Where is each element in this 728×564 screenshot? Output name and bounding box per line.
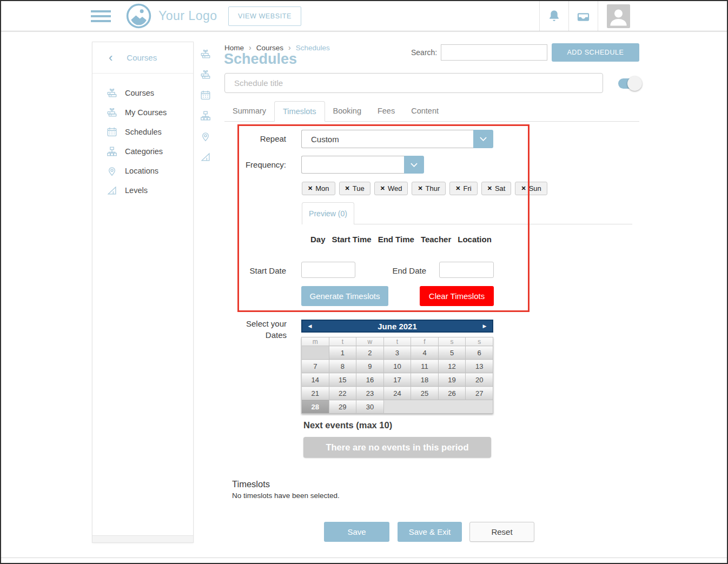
status-toggle[interactable] bbox=[618, 78, 638, 89]
chip-fri[interactable]: ✕Fri bbox=[449, 182, 477, 195]
calendar-day[interactable]: 27 bbox=[466, 387, 493, 400]
calendar-day[interactable]: 5 bbox=[438, 346, 466, 360]
sidebar-item-schedules[interactable]: Schedules bbox=[92, 122, 193, 142]
calendar-day[interactable]: 24 bbox=[383, 387, 411, 400]
calendar-day[interactable]: 19 bbox=[438, 373, 466, 387]
sidebar-item-levels[interactable]: Levels bbox=[92, 181, 193, 200]
weekday-header: s bbox=[466, 337, 493, 346]
calendar-day[interactable]: 14 bbox=[302, 373, 329, 387]
calendar-month-title: June 2021 bbox=[378, 322, 417, 331]
sidebar-item-courses[interactable]: Courses bbox=[92, 83, 193, 103]
view-website-button[interactable]: VIEW WEBSITE bbox=[228, 6, 301, 26]
start-date-input[interactable] bbox=[301, 262, 355, 278]
add-schedule-button[interactable]: ADD SCHEDULE bbox=[552, 43, 639, 62]
calendar-day[interactable]: 15 bbox=[329, 373, 356, 387]
clear-timeslots-button[interactable]: Clear Timeslots bbox=[420, 286, 494, 306]
sidebar-item-locations[interactable]: Locations bbox=[92, 161, 193, 181]
repeat-dropdown[interactable]: Custom bbox=[301, 130, 493, 148]
next-events-title: Next events (max 10) bbox=[303, 420, 392, 430]
rail-courses-icon[interactable] bbox=[200, 48, 211, 62]
sidebar-back[interactable]: ‹ Courses bbox=[92, 42, 193, 74]
weekday-header: w bbox=[356, 337, 384, 346]
highlight-outline bbox=[237, 124, 530, 312]
calendar-day[interactable]: 9 bbox=[356, 360, 384, 373]
page-title: Schedules bbox=[224, 51, 297, 68]
reset-button[interactable]: Reset bbox=[469, 522, 534, 542]
frequency-chevron-down-icon[interactable] bbox=[404, 156, 424, 174]
column-header: End Time bbox=[378, 235, 414, 244]
frequency-dropdown[interactable] bbox=[301, 156, 424, 174]
sidebar-item-label: Schedules bbox=[125, 128, 162, 136]
rail-my-courses-icon[interactable] bbox=[200, 69, 211, 83]
search-input[interactable] bbox=[441, 44, 547, 61]
rail-schedules-icon[interactable] bbox=[200, 89, 211, 103]
inbox-icon[interactable] bbox=[576, 10, 591, 24]
chip-tue[interactable]: ✕Tue bbox=[339, 182, 370, 195]
repeat-chevron-down-icon[interactable] bbox=[473, 130, 493, 148]
calendar-day[interactable]: 23 bbox=[356, 387, 384, 400]
chip-thur[interactable]: ✕Thur bbox=[412, 182, 446, 195]
chip-sun[interactable]: ✕Sun bbox=[515, 182, 547, 195]
calendar-day[interactable]: 16 bbox=[356, 373, 384, 387]
rail-locations-icon[interactable] bbox=[200, 130, 211, 144]
chip-label: Sun bbox=[529, 184, 541, 193]
calendar-grid: m t w t f s s 1 2 3 4 5 6 7 8 9 10 bbox=[301, 337, 493, 414]
calendar-next-icon[interactable]: ▶ bbox=[478, 321, 491, 331]
remove-icon[interactable]: ✕ bbox=[487, 185, 492, 192]
calendar-day[interactable]: 1 bbox=[329, 346, 356, 360]
calendar-day[interactable]: 4 bbox=[411, 346, 439, 360]
chip-mon[interactable]: ✕Mon bbox=[302, 182, 335, 195]
sidebar-item-categories[interactable]: Categories bbox=[92, 142, 193, 161]
search-label: Search: bbox=[411, 48, 437, 57]
calendar-day[interactable]: 6 bbox=[466, 346, 493, 360]
tab-fees[interactable]: Fees bbox=[369, 101, 403, 121]
calendar-day[interactable]: 21 bbox=[302, 387, 329, 400]
save-button[interactable]: Save bbox=[324, 522, 389, 542]
tab-preview[interactable]: Preview (0) bbox=[302, 202, 354, 224]
calendar-day[interactable]: 17 bbox=[383, 373, 411, 387]
end-date-input[interactable] bbox=[439, 262, 494, 278]
remove-icon[interactable]: ✕ bbox=[345, 185, 350, 192]
logo-text: Your Logo bbox=[158, 9, 217, 23]
schedule-title-input[interactable] bbox=[224, 73, 603, 93]
save-exit-button[interactable]: Save & Exit bbox=[398, 522, 462, 542]
remove-icon[interactable]: ✕ bbox=[521, 185, 526, 192]
tab-content[interactable]: Content bbox=[403, 101, 447, 121]
calendar-day[interactable]: 18 bbox=[411, 373, 439, 387]
chip-wed[interactable]: ✕Wed bbox=[374, 182, 408, 195]
tab-timeslots[interactable]: Timeslots bbox=[274, 101, 325, 122]
tab-summary[interactable]: Summary bbox=[224, 101, 274, 121]
notifications-bell-icon[interactable] bbox=[547, 9, 561, 23]
calendar-prev-icon[interactable]: ◀ bbox=[303, 321, 316, 331]
rail-levels-icon[interactable] bbox=[200, 151, 211, 165]
calendar-day[interactable]: 20 bbox=[466, 373, 493, 387]
chip-sat[interactable]: ✕Sat bbox=[481, 182, 512, 195]
remove-icon[interactable]: ✕ bbox=[455, 185, 460, 192]
calendar-day[interactable]: 25 bbox=[411, 387, 439, 400]
calendar-day[interactable]: 2 bbox=[356, 346, 384, 360]
calendar-day[interactable]: 12 bbox=[438, 360, 466, 373]
icon-rail bbox=[195, 42, 216, 165]
remove-icon[interactable]: ✕ bbox=[418, 185, 422, 192]
calendar-day[interactable]: 26 bbox=[438, 387, 466, 400]
generate-timeslots-button[interactable]: Generate Timeslots bbox=[301, 286, 388, 306]
user-avatar[interactable] bbox=[607, 4, 630, 28]
calendar-day[interactable]: 13 bbox=[466, 360, 493, 373]
calendar-day[interactable]: 30 bbox=[356, 400, 384, 414]
calendar-day-selected[interactable]: 28 bbox=[302, 400, 329, 414]
calendar-day[interactable]: 8 bbox=[329, 360, 356, 373]
rail-categories-icon[interactable] bbox=[200, 110, 211, 124]
calendar-day[interactable]: 29 bbox=[329, 400, 356, 414]
sidebar-item-my-courses[interactable]: My Courses bbox=[92, 103, 193, 122]
calendar-day[interactable]: 7 bbox=[302, 360, 329, 373]
calendar-day[interactable]: 3 bbox=[383, 346, 411, 360]
hamburger-menu-icon[interactable] bbox=[91, 10, 111, 22]
tab-booking[interactable]: Booking bbox=[325, 101, 369, 121]
remove-icon[interactable]: ✕ bbox=[308, 185, 313, 192]
start-date-label: Start Date bbox=[224, 266, 286, 275]
calendar-day[interactable]: 22 bbox=[329, 387, 356, 400]
calendar-day[interactable]: 11 bbox=[411, 360, 439, 373]
remove-icon[interactable]: ✕ bbox=[380, 185, 385, 192]
calendar-day[interactable]: 10 bbox=[383, 360, 411, 373]
logo[interactable]: Your Logo bbox=[125, 3, 217, 29]
